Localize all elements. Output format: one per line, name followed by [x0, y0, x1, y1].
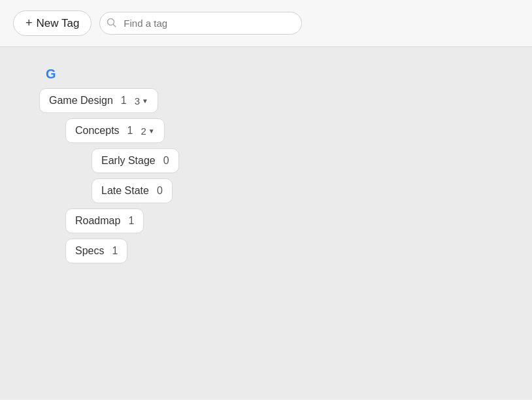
tag-item-game-design[interactable]: Game Design13▼ — [39, 88, 158, 113]
tag-row: Late State0 — [91, 178, 173, 208]
tag-count: 1 — [112, 245, 118, 257]
chevron-down-icon: ▼ — [142, 97, 148, 105]
children-count: 2 — [141, 125, 146, 137]
tag-item-roadmap[interactable]: Roadmap1 — [65, 208, 144, 233]
header: + New Tag — [0, 0, 532, 47]
section-letter: G — [46, 67, 493, 82]
tag-name: Late State — [101, 185, 149, 197]
tag-row: Roadmap1 — [65, 208, 144, 239]
tag-count: 1 — [127, 125, 133, 137]
tag-count: 0 — [157, 185, 163, 197]
tag-dropdown[interactable]: 2▼ — [141, 125, 155, 137]
children-count: 3 — [135, 95, 140, 107]
new-tag-button[interactable]: + New Tag — [13, 10, 91, 36]
search-container — [99, 12, 302, 35]
chevron-down-icon: ▼ — [148, 127, 155, 135]
tag-name: Roadmap — [75, 215, 120, 227]
tag-count: 1 — [128, 215, 134, 227]
tag-item-concepts[interactable]: Concepts12▼ — [65, 118, 165, 143]
tag-count: 0 — [163, 155, 169, 167]
content-area: G Game Design13▼Concepts12▼Early Stage0L… — [0, 47, 532, 399]
tag-name: Concepts — [75, 125, 120, 137]
tags-list: Game Design13▼Concepts12▼Early Stage0Lat… — [39, 88, 493, 269]
tag-name: Game Design — [49, 95, 113, 107]
tag-row: Game Design13▼ — [39, 88, 158, 118]
tag-row: Concepts12▼ — [65, 118, 165, 148]
new-tag-label: New Tag — [37, 17, 80, 30]
tag-row: Specs1 — [65, 239, 127, 269]
tag-item-early-stage[interactable]: Early Stage0 — [91, 148, 179, 173]
tag-item-late-state[interactable]: Late State0 — [91, 178, 173, 203]
tag-item-specs[interactable]: Specs1 — [65, 239, 127, 263]
tag-name: Early Stage — [101, 155, 156, 167]
search-input[interactable] — [99, 12, 302, 35]
tag-dropdown[interactable]: 3▼ — [135, 95, 148, 107]
tag-row: Early Stage0 — [91, 148, 179, 178]
tag-name: Specs — [75, 245, 104, 257]
plus-icon: + — [25, 16, 33, 30]
tag-count: 1 — [121, 95, 127, 107]
